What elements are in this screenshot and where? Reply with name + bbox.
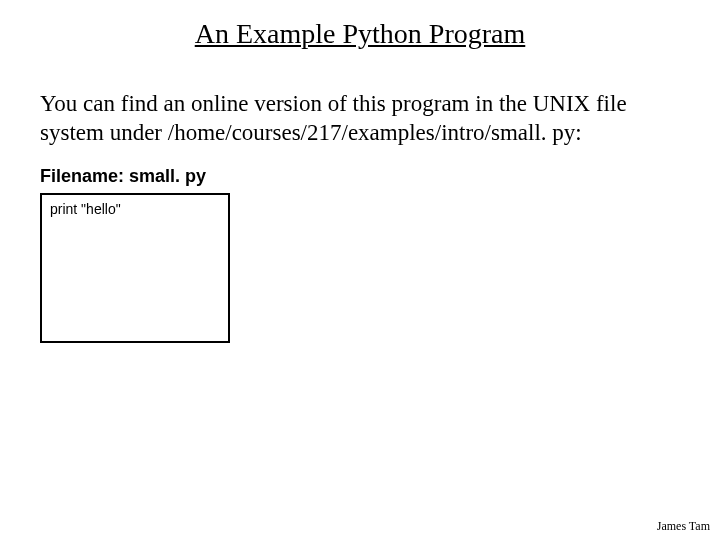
slide-description: You can find an online version of this p… bbox=[40, 90, 680, 148]
author-credit: James Tam bbox=[657, 519, 710, 534]
slide-title: An Example Python Program bbox=[40, 18, 680, 50]
filename-label: Filename: small. py bbox=[40, 166, 720, 187]
code-content: print "hello" bbox=[50, 201, 220, 217]
code-box: print "hello" bbox=[40, 193, 230, 343]
